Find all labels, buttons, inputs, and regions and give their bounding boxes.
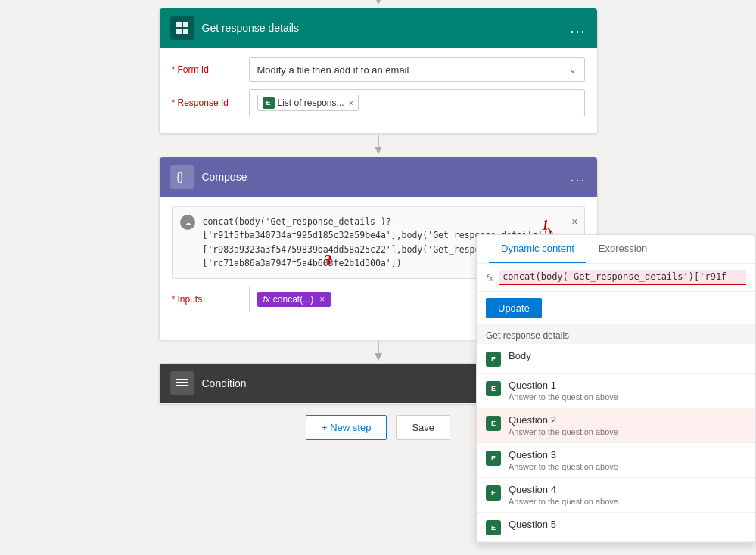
tab-expression[interactable]: Expression xyxy=(586,235,659,263)
fx-tag: fx concat(...) × xyxy=(257,292,331,307)
top-connector-arrow xyxy=(0,0,756,6)
svg-rect-5 xyxy=(176,29,182,34)
panel-item-q1-title: Question 1 xyxy=(509,380,746,391)
panel-item-q1-sub: Answer to the question above xyxy=(509,392,746,402)
svg-rect-4 xyxy=(183,22,188,27)
panel-item-q5-title: Question 5 xyxy=(509,519,746,530)
svg-marker-8 xyxy=(375,147,382,154)
svg-rect-18 xyxy=(176,385,188,386)
formula-bar-fx: fx xyxy=(486,272,493,284)
panel-item-q4-icon: E xyxy=(486,485,501,501)
inputs-label: Inputs xyxy=(172,294,240,305)
panel-item-q5-content: Question 5 xyxy=(509,519,746,532)
new-step-button[interactable]: + New step xyxy=(306,415,387,440)
compose-header: {} Compose ... xyxy=(160,157,597,197)
get-response-card: Get response details ... Form Id Modify … xyxy=(159,8,598,134)
panel-section-title: Get response details xyxy=(477,324,755,344)
panel-item-q5[interactable]: E Question 5 xyxy=(477,513,755,542)
panel-item-q3[interactable]: E Question 3 Answer to the question abov… xyxy=(477,443,755,478)
panel-item-q4[interactable]: E Question 4 Answer to the question abov… xyxy=(477,478,755,513)
svg-text:3: 3 xyxy=(324,252,331,268)
svg-marker-16 xyxy=(375,353,382,361)
response-tag-text: List of respons... xyxy=(278,98,344,108)
svg-rect-19 xyxy=(176,379,188,380)
get-response-body: Form Id Modify a file then add it to an … xyxy=(160,48,597,133)
panel-item-q4-title: Question 4 xyxy=(509,484,746,495)
svg-text:1: 1 xyxy=(542,218,549,233)
annotation-3: 3 xyxy=(324,250,341,276)
compose-title: Compose xyxy=(202,171,563,183)
panel-items-list: E Body E Question 1 Answer to the questi… xyxy=(477,344,755,542)
form-id-row: Form Id Modify a file then add it to an … xyxy=(172,57,585,82)
form-id-input[interactable]: Modify a file then add it to an email ⌄ xyxy=(249,57,585,82)
middle-arrow-1 xyxy=(0,134,756,157)
save-button[interactable]: Save xyxy=(396,415,450,440)
panel-tabs: Dynamic content Expression xyxy=(477,235,755,264)
get-response-header: Get response details ... xyxy=(160,8,597,48)
svg-marker-1 xyxy=(375,0,382,5)
panel-item-q3-icon: E xyxy=(486,451,501,466)
get-response-title: Get response details xyxy=(202,22,563,34)
panel-item-q1-content: Question 1 Answer to the question above xyxy=(509,380,746,402)
fx-tag-close[interactable]: × xyxy=(319,294,325,305)
main-canvas: Get response details ... Form Id Modify … xyxy=(0,0,756,555)
panel-item-q2-content: Question 2 Answer to the question above xyxy=(509,414,746,436)
compose-menu[interactable]: ... xyxy=(570,169,586,185)
panel-item-body[interactable]: E Body xyxy=(477,344,755,374)
panel-item-q3-sub: Answer to the question above xyxy=(509,462,746,471)
formula-close-button[interactable]: × xyxy=(571,213,577,230)
form-id-chevron: ⌄ xyxy=(569,64,577,75)
panel-item-q2-icon: E xyxy=(486,416,501,431)
panel-item-q5-icon: E xyxy=(486,520,501,535)
dynamic-content-panel: Dynamic content Expression fx Update Get… xyxy=(476,234,756,543)
panel-item-q2-sub: Answer to the question above xyxy=(509,427,746,436)
formula-line1: concat(body('Get_response_details')? xyxy=(203,216,391,227)
panel-item-body-icon: E xyxy=(486,352,501,367)
panel-item-body-title: Body xyxy=(509,350,746,361)
response-id-tag: E List of respons... × xyxy=(257,95,359,111)
formula-icon: ☁ xyxy=(180,215,195,230)
response-id-label: Response Id xyxy=(172,98,240,108)
svg-rect-17 xyxy=(176,382,188,383)
get-response-icon xyxy=(170,16,194,40)
form-id-value: Modify a file then add it to an email xyxy=(257,64,409,76)
tab-dynamic-content[interactable]: Dynamic content xyxy=(489,235,586,263)
formula-bar: fx xyxy=(477,264,755,292)
panel-item-q4-sub: Answer to the question above xyxy=(509,497,746,506)
panel-item-body-content: Body xyxy=(509,350,746,363)
response-id-row: Response Id E List of respons... × xyxy=(172,89,585,116)
get-response-menu[interactable]: ... xyxy=(570,20,586,36)
panel-item-q4-content: Question 4 Answer to the question above xyxy=(509,484,746,506)
condition-icon xyxy=(170,371,194,395)
formula-bar-input[interactable] xyxy=(499,270,746,285)
response-id-input[interactable]: E List of respons... × xyxy=(249,89,585,116)
fx-symbol: fx xyxy=(263,294,270,305)
panel-item-q3-content: Question 3 Answer to the question above xyxy=(509,449,746,471)
panel-item-q1[interactable]: E Question 1 Answer to the question abov… xyxy=(477,374,755,408)
response-tag-icon: E xyxy=(263,97,275,109)
update-button[interactable]: Update xyxy=(486,298,542,318)
svg-text:{}: {} xyxy=(176,171,184,183)
formula-line4: ['rc71ab86a3a7947f5a4b603fe2b1d300a']) xyxy=(203,258,402,268)
panel-item-q1-icon: E xyxy=(486,381,501,396)
svg-rect-3 xyxy=(176,22,182,27)
panel-item-q3-title: Question 3 xyxy=(509,449,746,460)
response-tag-close[interactable]: × xyxy=(349,98,353,107)
compose-icon: {} xyxy=(170,165,194,189)
fx-tag-label: concat(...) xyxy=(273,294,313,305)
panel-item-q2[interactable]: E Question 2 Answer to the question abov… xyxy=(477,408,755,443)
form-id-label: Form Id xyxy=(172,64,240,75)
panel-item-q2-title: Question 2 xyxy=(509,414,746,426)
svg-rect-6 xyxy=(183,29,188,34)
svg-text:☁: ☁ xyxy=(185,219,191,227)
